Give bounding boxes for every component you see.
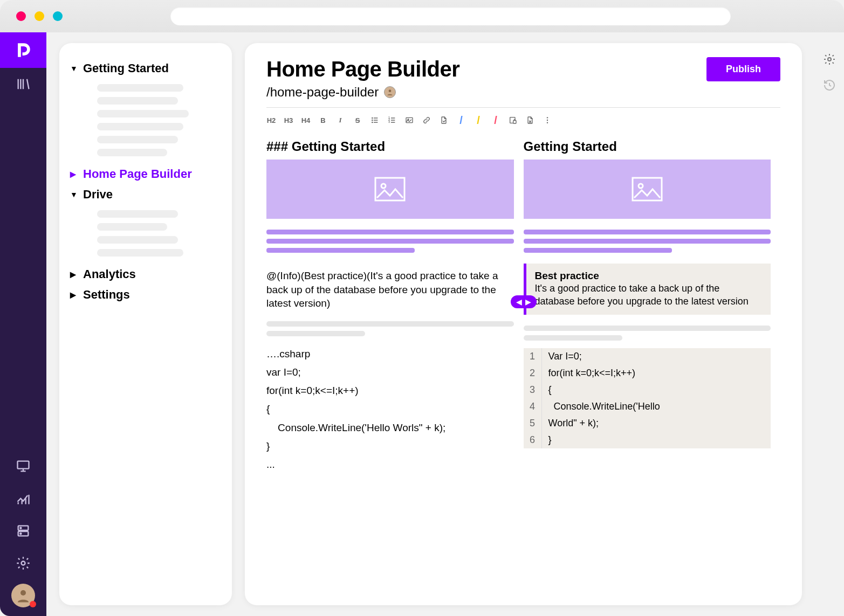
- window-controls: [16, 11, 63, 21]
- image-placeholder: [266, 160, 514, 219]
- chevron-left-icon: ◀: [516, 297, 522, 306]
- caret-right-icon: ▶: [70, 290, 78, 299]
- address-bar[interactable]: [170, 7, 731, 25]
- svg-point-11: [372, 122, 373, 122]
- svg-point-8: [389, 89, 392, 92]
- preview-pane: Getting Started Best practice It's a goo…: [524, 134, 781, 474]
- image-button[interactable]: [404, 115, 414, 125]
- svg-point-20: [547, 120, 548, 121]
- highlight-yellow-button[interactable]: /: [474, 115, 483, 125]
- svg-point-25: [639, 184, 643, 188]
- link-button[interactable]: [422, 115, 431, 125]
- nav-item-getting-started[interactable]: ▼ Getting Started: [70, 58, 221, 79]
- svg-text:3: 3: [388, 121, 390, 123]
- heading3-button[interactable]: H3: [284, 115, 293, 125]
- code-raw: ….csharp var I=0; for(int k=0;k<=I;k++) …: [266, 345, 514, 474]
- user-avatar[interactable]: [11, 584, 35, 607]
- heading2-button[interactable]: H2: [266, 115, 276, 125]
- nav-item-drive[interactable]: ▼ Drive: [70, 184, 221, 205]
- highlight-red-button[interactable]: /: [491, 115, 500, 125]
- nav-item-label: Settings: [83, 288, 130, 302]
- svg-point-9: [372, 117, 373, 118]
- svg-point-6: [22, 562, 25, 565]
- more-button[interactable]: [543, 115, 552, 125]
- skeleton-line: [524, 230, 771, 234]
- split-handle[interactable]: ◀ ▶: [511, 295, 537, 308]
- editor-panel: Home Page Builder Publish /home-page-bui…: [245, 43, 802, 605]
- svg-rect-1: [18, 461, 29, 469]
- skeleton-line: [524, 335, 622, 341]
- bullet-list-button[interactable]: [370, 115, 380, 125]
- svg-point-4: [20, 528, 21, 529]
- gear-icon[interactable]: [823, 53, 836, 68]
- server-icon[interactable]: [0, 515, 46, 547]
- window-minimize[interactable]: [35, 11, 44, 21]
- bold-button[interactable]: B: [318, 115, 328, 125]
- nav-item-label: Getting Started: [83, 61, 169, 75]
- skeleton-line: [97, 97, 178, 105]
- caret-right-icon: ▶: [70, 170, 78, 178]
- delete-button[interactable]: [525, 115, 535, 125]
- svg-point-23: [381, 184, 386, 188]
- browser-chrome: [0, 0, 844, 32]
- skeleton-line: [524, 239, 771, 244]
- code-line: 6}: [524, 432, 771, 448]
- skeleton-line: [97, 210, 178, 218]
- callout-body: It's a good practice to take a back up o…: [535, 282, 763, 308]
- skeleton-line: [524, 326, 771, 331]
- editor-toolbar: H2 H3 H4 B I S 123 / / /: [266, 112, 780, 134]
- monitor-icon[interactable]: [0, 450, 46, 482]
- nav-item-home-page-builder[interactable]: ▶ Home Page Builder: [70, 164, 221, 184]
- svg-point-0: [24, 44, 26, 46]
- settings-icon[interactable]: [0, 547, 46, 579]
- highlight-blue-button[interactable]: /: [456, 115, 466, 125]
- code-line: 2for(int k=0;k<=I;k++): [524, 365, 771, 382]
- file-button[interactable]: [439, 115, 449, 125]
- skeleton-line: [266, 321, 514, 327]
- callout-raw: @(Info)(Best practice)(It's a good pract…: [266, 269, 514, 310]
- source-pane[interactable]: ### Getting Started @(Info)(Best practic…: [266, 134, 524, 474]
- italic-button[interactable]: I: [335, 115, 345, 125]
- code-line: 1Var I=0;: [524, 348, 771, 365]
- nav-tree: ▼ Getting Started ▶ Home Page Builder ▼ …: [59, 43, 232, 605]
- skeleton-line: [266, 331, 365, 336]
- skeleton-line: [97, 149, 167, 156]
- skeleton-line: [266, 239, 514, 244]
- strikethrough-button[interactable]: S: [353, 115, 362, 125]
- code-line: 3{: [524, 382, 771, 398]
- nav-item-settings[interactable]: ▶ Settings: [70, 285, 221, 305]
- skeleton-line: [97, 236, 178, 244]
- nav-item-label: Analytics: [83, 267, 136, 281]
- nav-item-analytics[interactable]: ▶ Analytics: [70, 264, 221, 285]
- chevron-right-icon: ▶: [525, 297, 531, 306]
- ordered-list-button[interactable]: 123: [387, 115, 397, 125]
- heading-raw: ### Getting Started: [266, 139, 514, 154]
- svg-point-19: [547, 117, 548, 118]
- svg-point-26: [828, 58, 831, 61]
- window-maximize[interactable]: [53, 11, 63, 21]
- lock-button[interactable]: [508, 115, 518, 125]
- skeleton-line: [266, 248, 415, 253]
- code-line: 4 Console.WriteLine('Hello: [524, 398, 771, 415]
- svg-point-5: [20, 533, 21, 534]
- svg-point-21: [547, 122, 548, 123]
- library-icon[interactable]: [0, 68, 46, 100]
- skeleton-line: [97, 110, 189, 117]
- window-close[interactable]: [16, 11, 26, 21]
- skeleton-line: [524, 248, 672, 253]
- skeleton-line: [97, 223, 167, 231]
- analytics-icon[interactable]: [0, 482, 46, 515]
- svg-rect-24: [633, 178, 662, 200]
- callout-preview: Best practice It's a good practice to ta…: [524, 264, 771, 315]
- nav-item-label: Home Page Builder: [83, 167, 192, 181]
- history-icon[interactable]: [823, 79, 836, 94]
- nav-item-label: Drive: [83, 188, 113, 202]
- skeleton-line: [97, 136, 178, 143]
- heading-preview: Getting Started: [524, 139, 771, 154]
- page-title: Home Page Builder: [266, 57, 459, 81]
- heading4-button[interactable]: H4: [301, 115, 311, 125]
- author-avatar[interactable]: [384, 86, 396, 98]
- divider: [266, 107, 780, 108]
- app-logo[interactable]: [0, 32, 46, 68]
- publish-button[interactable]: Publish: [706, 57, 780, 81]
